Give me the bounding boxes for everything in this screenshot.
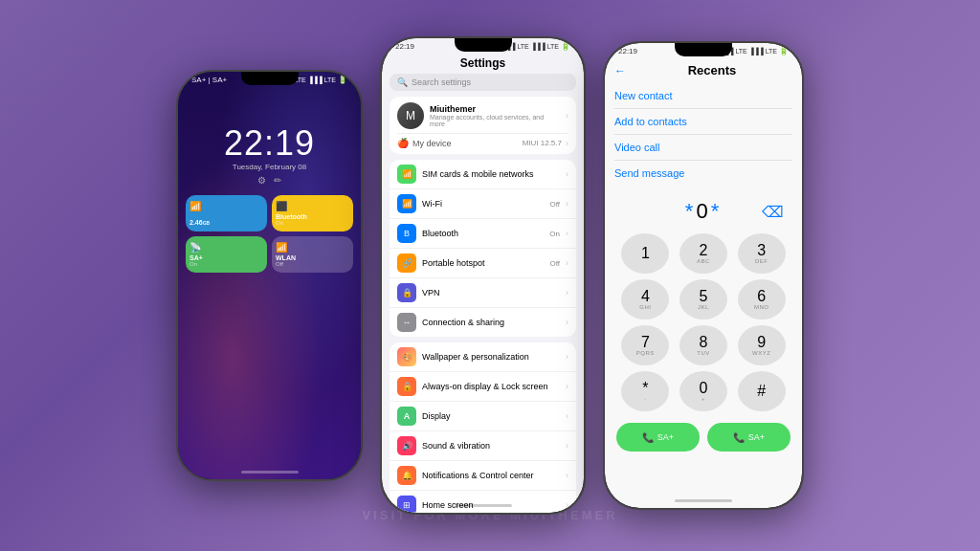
key-9[interactable]: 9 WXYZ xyxy=(738,325,786,365)
home-screen-item[interactable]: ⊞ Home screen › xyxy=(390,491,576,513)
wlan-toggle[interactable]: 📶 WLAN Off xyxy=(272,236,353,273)
notifications-item[interactable]: 🔔 Notifications & Control center › xyxy=(390,461,576,491)
call-btn-2-label: SA+ xyxy=(748,432,765,442)
device-chevron: › xyxy=(566,139,568,148)
call-btn-1-label: SA+ xyxy=(657,432,674,442)
hotspot-value: Off xyxy=(549,259,560,268)
account-row: M Miuithemer Manage accounts, cloud serv… xyxy=(397,102,568,129)
miui-version: MIUI 12.5.7 xyxy=(523,139,562,147)
key-4-alpha: GHI xyxy=(639,304,651,310)
account-chevron: › xyxy=(566,111,568,121)
key-5-alpha: JKL xyxy=(698,304,709,310)
connection-label: Connection & sharing xyxy=(422,318,560,327)
wlan-label: WLAN xyxy=(276,254,296,261)
wifi-item[interactable]: 📶 Wi-Fi Off › xyxy=(390,189,576,219)
data-label: 2.46GB xyxy=(189,219,210,226)
dial-asterisk-2: * xyxy=(711,199,723,223)
notch-settings xyxy=(455,38,512,52)
key-1[interactable]: 1 xyxy=(621,233,669,274)
key-0-alpha: + xyxy=(702,396,705,402)
data-toggle[interactable]: 📶 2.46GB xyxy=(186,195,267,231)
settings-list-personalization: 🎨 Wallpaper & personalization › 🔒 Always… xyxy=(390,342,576,513)
key-8[interactable]: 8 TUV xyxy=(679,325,727,365)
call-buttons: 📞 SA+ 📞 SA+ xyxy=(605,419,802,455)
display-icon: A xyxy=(397,407,416,426)
bluetooth-toggle[interactable]: ⬛ Bluetooth On xyxy=(272,195,353,231)
add-to-contacts-item[interactable]: Add to contacts xyxy=(614,109,792,135)
back-button[interactable]: ← xyxy=(614,64,626,77)
key-3[interactable]: 3 DEF xyxy=(738,233,786,274)
wallpaper-chevron: › xyxy=(566,352,568,362)
connection-icon: ↔ xyxy=(397,313,416,332)
sound-label: Sound & vibration xyxy=(422,441,560,451)
sa-toggle[interactable]: 📡 SA+ On xyxy=(186,236,267,273)
key-5[interactable]: 5 JKL xyxy=(679,279,727,320)
wallpaper-label: Wallpaper & personalization xyxy=(422,352,560,362)
lock-date: Tuesday, February 08 xyxy=(178,163,361,171)
key-5-num: 5 xyxy=(700,289,708,304)
display-item[interactable]: A Display › xyxy=(390,402,576,431)
wifi-icon: 📶 xyxy=(397,194,416,213)
key-0[interactable]: 0 + xyxy=(679,371,727,411)
aod-item[interactable]: 🔒 Always-on display & Lock screen › xyxy=(390,372,576,402)
call-button-sa2[interactable]: 📞 SA+ xyxy=(707,423,791,452)
key-4[interactable]: 4 GHI xyxy=(621,279,669,320)
wallpaper-item[interactable]: 🎨 Wallpaper & personalization › xyxy=(390,342,576,372)
bluetooth-label: Bluetooth xyxy=(276,213,307,220)
settings-gear-icon[interactable]: ⚙ xyxy=(257,175,266,186)
dial-asterisk-1: * xyxy=(685,199,697,223)
sim-icon: 📶 xyxy=(397,165,416,184)
dial-pad: 1 2 ABC 3 DEF 4 GHI xyxy=(605,231,802,419)
settings-search-bar[interactable]: 🔍 Search settings xyxy=(390,74,576,91)
wifi-chevron: › xyxy=(566,199,568,209)
recents-title: Recents xyxy=(632,63,792,77)
key-hash[interactable]: # xyxy=(738,371,786,411)
signal-icon-2: ▐▐▐ xyxy=(308,77,323,83)
hotspot-chevron: › xyxy=(566,258,568,268)
my-device-row[interactable]: 🍎 My device MIUI 12.5.7 › xyxy=(397,133,568,148)
sim-item[interactable]: 📶 SIM cards & mobile networks › xyxy=(390,160,576,189)
video-call-item[interactable]: Video call xyxy=(614,135,792,161)
home-indicator-dialer xyxy=(675,499,732,502)
backspace-button[interactable]: ⌫ xyxy=(762,203,787,221)
aod-chevron: › xyxy=(566,382,568,391)
key-hash-num: # xyxy=(757,384,766,399)
new-contact-item[interactable]: New contact xyxy=(614,83,792,109)
sa-icon: 📡 xyxy=(189,242,201,253)
key-star[interactable]: * · xyxy=(621,371,669,411)
edit-icon[interactable]: ✏ xyxy=(274,175,281,186)
bluetooth-item[interactable]: B Bluetooth On › xyxy=(390,219,576,249)
wallpaper-icon: 🎨 xyxy=(397,347,416,366)
phone-dialer: 22:19 🔵 ▐▐▐ LTE ▐▐▐ LTE 🔋 ← Recents New … xyxy=(603,41,804,510)
hotspot-icon: 🔗 xyxy=(397,253,416,273)
key-2[interactable]: 2 ABC xyxy=(679,233,727,274)
bt-chevron: › xyxy=(566,229,568,238)
toggle-row-2: 📡 SA+ On 📶 WLAN Off xyxy=(186,236,353,273)
key-star-alpha: · xyxy=(644,396,646,402)
key-7[interactable]: 7 PQRS xyxy=(621,325,669,365)
hotspot-item[interactable]: 🔗 Portable hotspot Off › xyxy=(390,249,576,278)
sound-item[interactable]: 🔊 Sound & vibration › xyxy=(390,431,576,461)
key-1-num: 1 xyxy=(641,246,650,261)
send-message-item[interactable]: Send message xyxy=(614,161,792,186)
phone-icon-1: 📞 xyxy=(642,432,654,443)
key-8-alpha: TUV xyxy=(697,350,710,356)
settings-time: 22:19 xyxy=(395,42,414,51)
lock-screen-bg: SA+ | SA+ 🔵 ▐▐▐ LTE ▐▐▐ LTE 🔋 22:19 Tues… xyxy=(178,72,361,479)
vpn-label: VPN xyxy=(422,288,560,298)
connection-item[interactable]: ↔ Connection & sharing › xyxy=(390,308,576,337)
vpn-chevron: › xyxy=(566,288,568,298)
settings-account[interactable]: M Miuithemer Manage accounts, cloud serv… xyxy=(390,97,576,154)
lte-s: LTE xyxy=(517,43,528,50)
dial-display: *0* ⌫ xyxy=(605,191,802,231)
call-button-sa1[interactable]: 📞 SA+ xyxy=(616,423,700,452)
key-6-num: 6 xyxy=(757,289,766,304)
key-6[interactable]: 6 MNO xyxy=(738,279,786,320)
vpn-item[interactable]: 🔒 VPN › xyxy=(390,278,576,308)
key-7-alpha: PQRS xyxy=(636,350,655,356)
battery-icon: 🔋 xyxy=(338,76,347,84)
account-name: Miuithemer xyxy=(430,104,560,114)
battery-d: 🔋 xyxy=(779,47,789,55)
aod-icon: 🔒 xyxy=(397,377,416,396)
dial-row-3: 7 PQRS 8 TUV 9 WXYZ xyxy=(616,325,791,365)
